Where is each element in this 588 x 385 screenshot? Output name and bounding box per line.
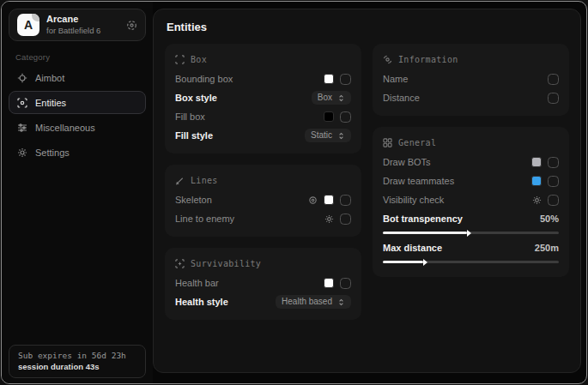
setting-label: Box style: [175, 93, 217, 103]
setting-row-health-bar: Health bar: [175, 274, 351, 292]
sync-circle-icon[interactable]: [126, 20, 137, 31]
sidebar-item-label: Settings: [35, 147, 70, 158]
setting-label: Name: [383, 74, 408, 84]
setting-label: Bot transpenency: [383, 214, 463, 224]
checkbox[interactable]: [548, 195, 559, 206]
color-swatch[interactable]: [324, 74, 334, 84]
pencil-line-icon: [175, 176, 185, 185]
sub-expiry-text: Sub expires in 56d 23h: [18, 351, 136, 360]
app-logo-letter: A: [24, 18, 33, 32]
box-style-dropdown[interactable]: Box: [312, 91, 351, 105]
slider-fill[interactable]: [383, 261, 423, 263]
app-logo: A: [17, 14, 39, 36]
setting-row-fill-style: Fill style Static: [175, 126, 351, 145]
app-window: A Arcane for Battlefield 6 Category Aimb…: [1, 1, 587, 384]
chevron-updown-icon: [337, 132, 345, 140]
color-swatch[interactable]: [531, 157, 542, 167]
grid-icon: [383, 138, 392, 147]
card-box: Box Bounding box Box style Box: [165, 44, 361, 153]
info-scan-icon: [383, 55, 392, 64]
checkbox[interactable]: [548, 176, 559, 187]
setting-label: Fill style: [175, 130, 213, 141]
setting-row-max-distance: Max distance 250m: [383, 239, 559, 263]
dropdown-value: Static: [311, 131, 332, 140]
card-header-label: Survivability: [191, 259, 261, 268]
app-subtitle: for Battlefield 6: [46, 26, 119, 36]
card-general-header: General: [383, 134, 559, 151]
max-distance-slider[interactable]: [383, 261, 559, 263]
entity-scan-icon: [17, 98, 27, 108]
card-survivability: Survivability Health bar Health style He…: [165, 248, 361, 320]
session-duration-text: session duration 43s: [18, 362, 136, 371]
checkbox[interactable]: [340, 195, 351, 206]
slider-value: 250m: [535, 243, 559, 253]
sidebar-item-miscellaneous[interactable]: Miscellaneous: [9, 116, 146, 139]
card-header-label: Lines: [191, 176, 218, 185]
slider-fill[interactable]: [383, 232, 467, 234]
setting-label: Draw teammates: [383, 176, 454, 186]
setting-label: Health style: [175, 297, 228, 307]
setting-row-draw-teammates: Draw teammates: [383, 171, 559, 190]
checkbox[interactable]: [340, 74, 351, 85]
gear-icon: [17, 147, 27, 158]
chevron-updown-icon: [337, 298, 345, 306]
scan-corners-icon: [175, 55, 185, 64]
crosshair-icon: [17, 73, 27, 83]
checkbox[interactable]: [340, 278, 351, 289]
setting-label: Bounding box: [175, 74, 233, 84]
color-swatch[interactable]: [324, 278, 334, 288]
card-header-label: Information: [398, 55, 458, 64]
checkbox[interactable]: [340, 214, 351, 225]
checkbox[interactable]: [340, 111, 351, 123]
dropdown-value: Health based: [282, 298, 332, 306]
subscription-info-box: Sub expires in 56d 23h session duration …: [9, 345, 146, 378]
sidebar-item-entities[interactable]: Entities: [9, 91, 146, 114]
checkbox[interactable]: [548, 157, 559, 168]
category-label: Category: [15, 52, 153, 62]
setting-label: Health bar: [175, 278, 219, 288]
sidebar-item-settings[interactable]: Settings: [9, 141, 146, 164]
card-header-label: Box: [191, 55, 207, 64]
setting-row-box-style: Box style Box: [175, 88, 351, 107]
color-swatch[interactable]: [531, 176, 542, 186]
setting-row-distance: Distance: [383, 88, 559, 107]
setting-row-name: Name: [383, 69, 559, 88]
setting-label: Line to enemy: [175, 214, 234, 224]
sidebar-item-label: Aimbot: [35, 73, 64, 83]
app-header: A Arcane for Battlefield 6: [9, 9, 146, 41]
bot-transparency-slider[interactable]: [383, 232, 559, 234]
setting-row-draw-bots: Draw BOTs: [383, 153, 559, 171]
page-title: Entities: [167, 21, 569, 33]
main-panel: Entities Box Bounding box: [153, 9, 581, 373]
card-general: General Draw BOTs Draw teammates: [373, 127, 569, 277]
slider-value: 50%: [540, 214, 559, 224]
card-header-label: General: [398, 138, 436, 147]
setting-row-fill-box: Fill box: [175, 107, 351, 126]
card-lines-header: Lines: [175, 171, 351, 189]
setting-row-skeleton: Skeleton: [175, 190, 351, 209]
gear-icon[interactable]: [324, 214, 334, 224]
setting-row-bot-transparency: Bot transpenency 50%: [383, 210, 559, 234]
fill-style-dropdown[interactable]: Static: [305, 129, 351, 142]
card-survivability-header: Survivability: [175, 255, 351, 272]
sidebar-item-aimbot[interactable]: Aimbot: [9, 66, 146, 89]
setting-label: Max distance: [383, 243, 442, 253]
health-corners-icon: [175, 259, 185, 268]
checkbox[interactable]: [548, 74, 559, 85]
setting-label: Visibility check: [383, 195, 444, 205]
gear-icon[interactable]: [532, 196, 542, 205]
setting-label: Draw BOTs: [383, 157, 431, 167]
sidebar-item-label: Entities: [35, 98, 66, 108]
eye-icon[interactable]: [308, 196, 318, 205]
setting-row-visibility-check: Visibility check: [383, 190, 559, 209]
color-swatch[interactable]: [324, 111, 334, 122]
setting-row-health-style: Health style Health based: [175, 292, 351, 311]
checkbox[interactable]: [548, 93, 559, 104]
color-swatch[interactable]: [324, 195, 334, 205]
setting-row-line-to-enemy: Line to enemy: [175, 209, 351, 228]
app-title: Arcane: [46, 14, 119, 26]
setting-label: Skeleton: [175, 195, 212, 205]
card-box-header: Box: [175, 51, 351, 68]
health-style-dropdown[interactable]: Health based: [276, 295, 351, 309]
setting-label: Fill box: [175, 111, 205, 122]
